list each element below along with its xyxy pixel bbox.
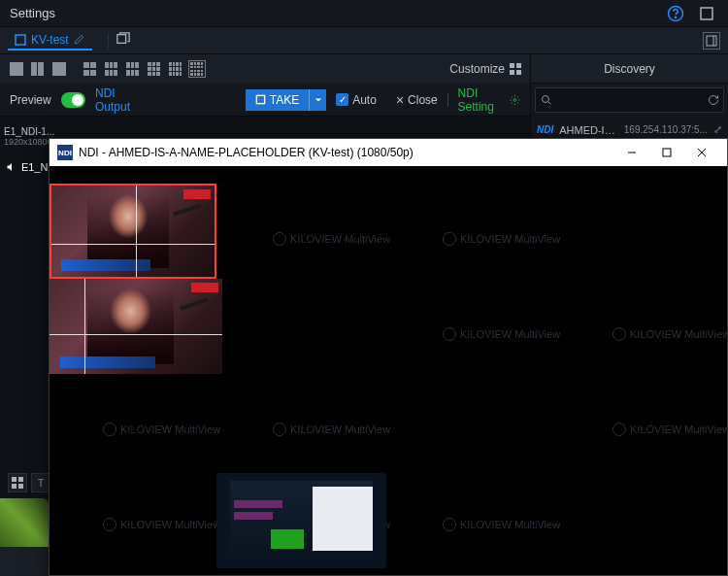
svg-rect-2 [701,8,712,19]
customize-button[interactable]: Customize [449,62,522,76]
multiview-tile-singer-1[interactable] [50,184,216,279]
layout-3x4[interactable] [167,60,184,78]
layout-4x4[interactable] [188,60,206,78]
ndi-window-title: NDI - AHMED-IS-A-NAME-PLACEHOLDER (KV-te… [79,146,414,159]
close-button[interactable]: × Close [396,92,438,108]
preview-toggle[interactable] [61,92,85,108]
take-label: TAKE [270,93,299,107]
discovery-item-action-icon[interactable]: ⤢ [713,123,722,136]
watermark: KILOVIEW MultiView [103,518,220,531]
search-icon [536,94,557,106]
watermark: KILOVIEW MultiView [443,327,560,341]
svg-point-12 [513,98,516,101]
layout-2x3b[interactable] [124,60,142,78]
discovery-item-ip: 169.254.110.37:5... [624,124,708,135]
source-name: E1_NDI-1... [4,126,63,137]
search-input[interactable] [557,93,704,107]
chevron-down-icon [314,96,322,104]
edit-icon[interactable] [73,33,86,47]
svg-point-1 [675,17,676,17]
multiview-tile-singer-2[interactable] [50,279,222,374]
close-icon: × [396,92,404,108]
svg-rect-3 [16,35,25,45]
gear-icon [510,93,520,107]
close-window-button[interactable] [684,139,719,166]
tabs-row: KV-test [0,27,728,54]
separator [108,33,109,49]
ndi-window-titlebar[interactable]: NDI NDI - AHMED-IS-A-NAME-PLACEHOLDER (K… [50,139,727,166]
minimize-button[interactable] [614,139,649,166]
watermark: KILOVIEW MultiView [612,423,727,436]
maximize-button[interactable] [649,139,684,166]
customize-icon [509,62,522,76]
layout-2x2[interactable] [82,60,99,78]
ndi-setting-label: NDI Setting [458,86,505,114]
watermark: KILOVIEW MultiView [273,423,390,436]
app-title: Settings [10,6,656,20]
svg-rect-20 [663,149,671,156]
svg-rect-14 [18,477,23,482]
svg-rect-4 [117,35,126,44]
auto-label: Auto [352,93,377,107]
grid-selector-row: Customize [0,54,530,84]
titlebar: Settings [0,0,728,27]
tab-label: KV-test [31,33,69,47]
audio-chip-label: E1_N [21,161,49,173]
layout-1x1[interactable] [8,60,25,78]
watermark: KILOVIEW MultiView [443,518,560,531]
text-mode-icon[interactable]: T [31,473,50,492]
close-label: Close [408,93,438,107]
ndi-output-link[interactable]: NDI Output [95,86,142,114]
svg-rect-15 [12,484,17,489]
watermark: KILOVIEW MultiView [273,232,390,246]
preview-label: Preview [10,93,51,107]
grid-mode-icon[interactable] [8,473,27,492]
svg-rect-11 [256,95,264,103]
take-button[interactable]: TAKE [246,89,326,111]
tab-icon [14,33,27,47]
separator [447,93,448,107]
refresh-icon[interactable] [704,94,723,106]
maximize-icon[interactable] [695,2,718,25]
ndi-viewer-window[interactable]: NDI NDI - AHMED-IS-A-NAME-PLACEHOLDER (K… [49,138,728,576]
thumbnail-veg [0,498,49,547]
discovery-title: Discovery [531,54,728,84]
svg-rect-13 [12,477,17,482]
svg-rect-9 [510,70,514,75]
watermark: KILOVIEW MultiView [612,327,727,341]
ndi-setting-link[interactable]: NDI Setting [458,86,520,114]
bottom-icons: T [8,473,50,492]
speaker-icon [6,161,17,173]
svg-rect-7 [510,63,514,68]
layout-2x3[interactable] [103,60,120,78]
customize-label: Customize [449,62,505,76]
layout-pip[interactable] [50,60,68,78]
svg-rect-16 [18,484,23,489]
watermark: KILOVIEW MultiView [443,232,560,246]
preview-bar: Preview NDI Output TAKE ✓ Auto × Close [0,84,530,117]
help-icon[interactable] [664,2,687,25]
auto-checkbox[interactable]: ✓ Auto [336,93,377,107]
watermark: KILOVIEW MultiView [103,423,220,436]
audio-chip[interactable]: E1_N [6,161,49,173]
svg-rect-5 [707,36,716,46]
tab-kv-test[interactable]: KV-test [8,31,92,51]
svg-rect-8 [516,63,521,68]
ndi-canvas: KILOVIEW MultiView KILOVIEW MultiView KI… [50,166,727,575]
take-icon [255,94,266,105]
ndi-logo-icon: NDI [57,145,73,160]
svg-rect-10 [516,70,521,75]
check-icon: ✓ [336,93,348,106]
panel-toggle-icon[interactable] [703,32,720,50]
take-dropdown[interactable] [309,89,326,111]
svg-line-18 [548,102,551,105]
layout-3x3[interactable] [146,60,163,78]
discovery-search[interactable] [535,87,724,113]
svg-point-17 [543,96,549,103]
layout-1x2[interactable] [29,60,47,78]
multiview-tile-desktop[interactable] [216,473,386,568]
discovery-item-name: AHMED-IS-A-... [559,124,618,136]
ndi-tag: NDI [537,124,553,135]
new-tab-icon[interactable] [116,32,130,49]
